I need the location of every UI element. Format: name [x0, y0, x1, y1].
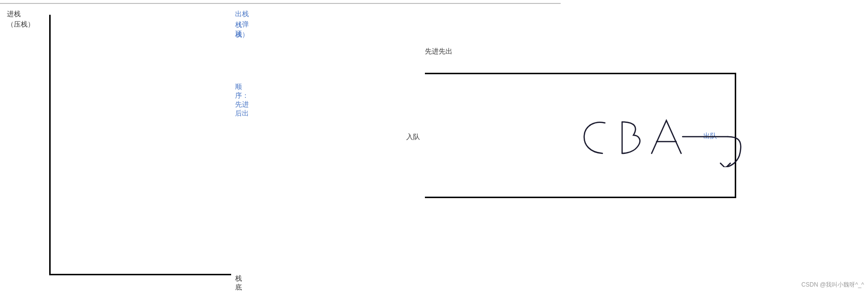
queue-bottom-line [425, 197, 735, 198]
stack-section: 进栈 （压栈） 出栈（弹栈） 栈顶 栈底 顺序：先进后出 [0, 0, 236, 293]
stack-order-label: 顺序：先进后出 [235, 83, 249, 118]
enqueue-label: 入队 [406, 133, 420, 142]
cba-letters [575, 108, 723, 157]
stack-bottom-label: 栈底 [235, 274, 242, 292]
stack-top-label: 栈顶 [235, 21, 242, 38]
push-label: 进栈 （压栈） [7, 9, 34, 29]
queue-section: 先进先出 入队 出队 [403, 0, 868, 293]
stack-diagram [49, 15, 231, 275]
watermark: CSDN @我叫小魏呀^_^ [802, 281, 864, 289]
queue-top-line [425, 73, 735, 74]
fifo-label: 先进先出 [425, 47, 452, 56]
